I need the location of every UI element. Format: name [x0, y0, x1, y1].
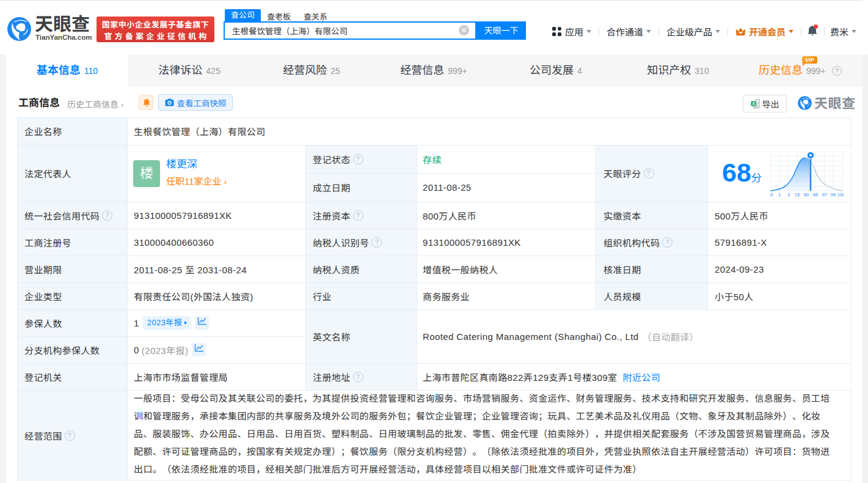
svg-text:1: 1: [778, 192, 781, 197]
svg-text:99: 99: [831, 192, 836, 197]
svg-text:15: 15: [795, 192, 800, 197]
svg-text:0: 0: [770, 192, 773, 197]
svg-text:85: 85: [813, 192, 818, 197]
svg-text:100: 100: [837, 192, 844, 197]
svg-text:X: X: [752, 101, 755, 106]
svg-text:3: 3: [787, 192, 790, 197]
svg-text:50: 50: [804, 192, 809, 197]
svg-text:97: 97: [822, 192, 827, 197]
